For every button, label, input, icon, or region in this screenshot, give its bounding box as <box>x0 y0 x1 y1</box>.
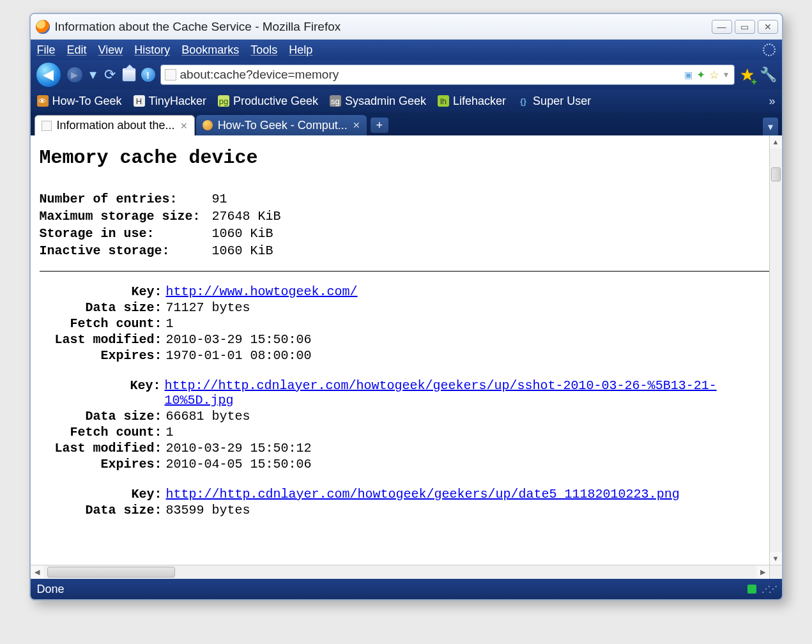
cache-key-link[interactable]: http://http.cdnlayer.com/howtogeek/geeke… <box>166 487 680 502</box>
bookmark-label: Sysadmin Geek <box>345 95 426 108</box>
feed-icon[interactable]: ▣ <box>684 70 693 80</box>
titlebar: Information about the Cache Service - Mo… <box>31 14 782 40</box>
menu-file[interactable]: File <box>37 43 56 57</box>
entry-value: http://www.howtogeek.com/ <box>166 284 358 299</box>
divider <box>40 271 779 272</box>
tools-wrench-icon[interactable]: 🔧 <box>760 66 777 83</box>
tab-strip: Information about the... ✕ How-To Geek -… <box>31 112 782 135</box>
scroll-down-icon[interactable]: ▼ <box>770 552 782 565</box>
bookmarks-toolbar: 👁How-To Geek HTinyHacker pgProductive Ge… <box>31 89 782 112</box>
window-title: Information about the Cache Service - Mo… <box>55 20 709 34</box>
horizontal-scrollbar[interactable]: ◀ ▶ <box>31 565 769 579</box>
bookmark-label: How-To Geek <box>52 95 122 108</box>
bookmark-sysadmingeek[interactable]: sgSysadmin Geek <box>330 95 426 108</box>
info-button[interactable]: ! <box>141 68 155 82</box>
tab-close-icon[interactable]: ✕ <box>353 120 360 130</box>
bookmark-productivegeek[interactable]: pgProductive Geek <box>218 95 318 108</box>
entry-label: Key: <box>40 487 166 502</box>
bookmark-label: TinyHacker <box>149 95 206 108</box>
new-tab-button[interactable]: + <box>371 118 388 133</box>
throbber-icon <box>763 43 776 56</box>
cache-key-link[interactable]: http://http.cdnlayer.com/howtogeek/geeke… <box>165 378 717 408</box>
menu-view[interactable]: View <box>98 43 123 57</box>
url-dropdown-icon[interactable]: ▼ <box>723 70 730 79</box>
status-text: Done <box>37 583 65 596</box>
menu-edit[interactable]: Edit <box>67 43 87 57</box>
sysadmingeek-icon: sg <box>330 95 341 107</box>
entry-value: 66681 bytes <box>166 409 250 424</box>
bookmark-superuser[interactable]: {}Super User <box>517 95 591 108</box>
menubar: File Edit View History Bookmarks Tools H… <box>31 40 782 60</box>
bookmarks-overflow-icon[interactable]: » <box>769 95 775 108</box>
entry-label: Key: <box>40 284 166 299</box>
entry-label: Last modified: <box>40 441 166 456</box>
stat-label: Maximum storage size: <box>40 209 212 224</box>
tab-close-icon[interactable]: ✕ <box>180 121 188 131</box>
maximize-button[interactable]: ▭ <box>735 20 755 34</box>
menu-help[interactable]: Help <box>289 43 312 57</box>
back-button[interactable]: ◀ <box>36 62 61 88</box>
url-bar[interactable]: ▣ ✦ ☆ ▼ <box>160 65 735 85</box>
entry-value: http://http.cdnlayer.com/howtogeek/geeke… <box>166 487 680 502</box>
forward-button[interactable]: ▶ <box>66 66 83 83</box>
close-button[interactable]: ✕ <box>758 20 778 34</box>
stat-value: 1060 KiB <box>212 243 273 258</box>
bookmark-star-icon[interactable]: ☆ <box>709 68 719 82</box>
entry-value: 2010-03-29 15:50:06 <box>166 332 312 347</box>
scroll-up-icon[interactable]: ▲ <box>770 135 782 148</box>
entry-value: 1 <box>166 316 174 331</box>
page-content: Memory cache device Number of entries:91… <box>31 135 782 579</box>
scroll-left-icon[interactable]: ◀ <box>31 565 43 579</box>
tabs-dropdown-icon[interactable]: ▾ <box>763 118 778 135</box>
tab-label: Information about the... <box>57 119 175 132</box>
content-viewport: Memory cache device Number of entries:91… <box>31 135 782 579</box>
status-bar: Done ⋰⋰ <box>31 579 782 599</box>
firefox-window: Information about the Cache Service - Mo… <box>29 13 783 601</box>
tab-howtogeek[interactable]: How-To Geek - Comput... ✕ <box>196 115 367 135</box>
menu-tools[interactable]: Tools <box>250 43 277 57</box>
menu-history[interactable]: History <box>134 43 170 57</box>
bookmark-label: Productive Geek <box>233 95 318 108</box>
menu-bookmarks[interactable]: Bookmarks <box>181 43 239 57</box>
minimize-button[interactable]: — <box>712 20 732 34</box>
reload-button[interactable]: ⟳ <box>103 66 117 83</box>
scroll-track[interactable] <box>770 148 782 552</box>
entry-label: Expires: <box>40 348 166 363</box>
add-bookmark-button[interactable]: ★ <box>740 65 755 85</box>
bookmark-howtogeek[interactable]: 👁How-To Geek <box>37 95 122 108</box>
entry-label: Data size: <box>40 300 166 315</box>
scroll-thumb[interactable] <box>47 567 175 578</box>
page-icon <box>165 69 176 80</box>
scroll-right-icon[interactable]: ▶ <box>756 565 769 579</box>
cache-entries: Key:http://www.howtogeek.com/Data size:7… <box>40 284 779 518</box>
entry-value: 2010-04-05 15:50:06 <box>166 457 312 471</box>
bookmark-lifehacker[interactable]: lhLifehacker <box>438 95 506 108</box>
status-indicator-icon[interactable] <box>747 585 756 594</box>
entry-value: 1970-01-01 08:00:00 <box>166 348 312 363</box>
addon-icon[interactable]: ✦ <box>696 68 705 82</box>
bookmark-tinyhacker[interactable]: HTinyHacker <box>134 95 206 108</box>
entry-label: Key: <box>40 378 165 408</box>
cache-entry: Key:http://www.howtogeek.com/Data size:7… <box>40 284 779 363</box>
entry-value: 83599 bytes <box>166 503 250 518</box>
productivegeek-icon: pg <box>218 95 229 107</box>
stat-label: Number of entries: <box>40 192 212 206</box>
howtogeek-icon: 👁 <box>37 95 49 107</box>
scroll-track[interactable] <box>43 565 756 579</box>
resize-grip-icon[interactable]: ⋰⋰ <box>762 584 776 594</box>
url-input[interactable] <box>180 68 680 82</box>
entry-label: Expires: <box>40 457 166 471</box>
lifehacker-icon: lh <box>438 95 449 107</box>
vertical-scrollbar[interactable]: ▲ ▼ <box>769 135 782 565</box>
cache-entry: Key:http://http.cdnlayer.com/howtogeek/g… <box>40 378 779 471</box>
home-button[interactable] <box>122 68 136 82</box>
cache-key-link[interactable]: http://www.howtogeek.com/ <box>166 284 358 299</box>
nav-dropdown-icon[interactable]: ▾ <box>88 66 98 83</box>
entry-label: Fetch count: <box>40 316 166 331</box>
scroll-thumb[interactable] <box>771 167 781 181</box>
stat-value: 27648 KiB <box>212 209 281 224</box>
tab-about-cache[interactable]: Information about the... ✕ <box>34 115 195 135</box>
superuser-icon: {} <box>517 95 529 107</box>
tinyhacker-icon: H <box>134 95 145 107</box>
stat-value: 91 <box>212 192 227 206</box>
